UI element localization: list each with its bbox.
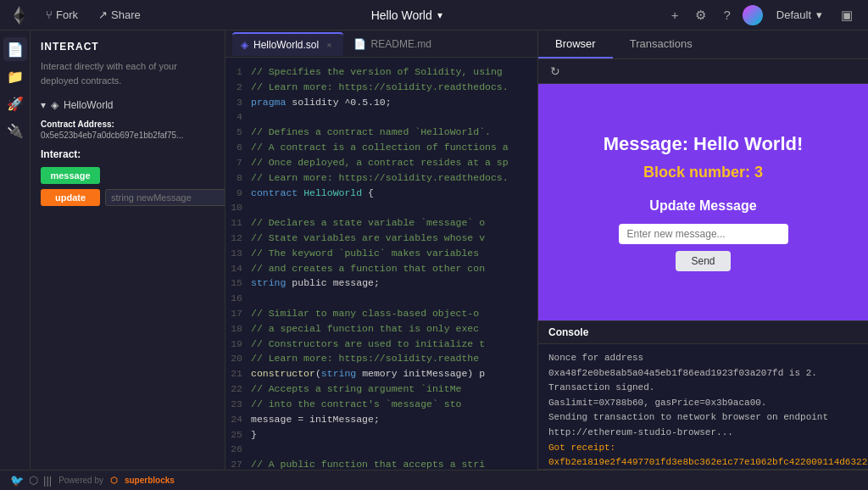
- menu-icon[interactable]: |||: [43, 474, 52, 487]
- browser-tabs: Browser Transactions: [538, 31, 868, 59]
- fork-button[interactable]: ⑂ Fork: [39, 5, 85, 25]
- brand-name: superblocks: [125, 476, 175, 485]
- editor-tabs: ◈ HelloWorld.sol × 📄 README.md: [225, 31, 537, 58]
- powered-by-text: Powered by: [58, 476, 103, 485]
- code-line: 6// A contract is a collection of functi…: [225, 140, 537, 155]
- code-line: 13 // The keyword `public` makes variabl…: [225, 246, 537, 261]
- code-line: 19 // Constructors are used to initializ…: [225, 337, 537, 352]
- footer: 🐦 ⬡ ||| Powered by ⬡ superblocks: [0, 470, 868, 490]
- code-line: 15 string public message;: [225, 276, 537, 291]
- code-line: 18 // a special function that is only ex…: [225, 321, 537, 337]
- refresh-button[interactable]: ↻: [545, 63, 565, 80]
- fn-row-update: update: [41, 189, 214, 206]
- console-line-yellow: 0xfb2e1819e2f4497701fd3e8bc362e1c77e1062…: [548, 455, 858, 469]
- code-line: 7// Once deployed, a contract resides at…: [225, 155, 537, 170]
- code-editor: 1// Specifies the version of Solidity, u…: [225, 58, 537, 490]
- browser-message-input[interactable]: [619, 224, 788, 244]
- code-line: 26: [225, 442, 537, 457]
- contract-address-label: Contract Address:: [41, 120, 214, 129]
- tab-transactions[interactable]: Transactions: [613, 31, 709, 58]
- chevron-down-icon: ▾: [816, 8, 822, 21]
- console-line: Transaction signed.: [548, 381, 858, 396]
- fn-row-message: message: [41, 167, 214, 184]
- update-button[interactable]: update: [41, 189, 100, 206]
- browser-toolbar: ↻: [538, 59, 868, 84]
- sidebar-icon-plugin[interactable]: 🔌: [3, 119, 27, 142]
- avatar[interactable]: [743, 5, 763, 25]
- code-line: 5// Defines a contract named `HelloWorld…: [225, 125, 537, 140]
- code-line: 1// Specifies the version of Solidity, u…: [225, 64, 537, 80]
- project-title[interactable]: Hello World ▾: [371, 8, 442, 22]
- topbar-right: + ⚙ ? Default ▾ ▣: [666, 4, 858, 26]
- share-icon: ↗: [98, 8, 108, 21]
- contract-address-value: 0x5e523b4eb7a0dcb697e1bb2faf75...: [41, 131, 214, 140]
- contract-name: HelloWorld: [64, 99, 113, 111]
- console-line: Gaslimit=0X788b60, gasPrice=0x3b9aca00.: [548, 396, 858, 411]
- code-line: 25 }: [225, 427, 537, 443]
- code-line: 3pragma solidity ^0.5.10;: [225, 95, 537, 110]
- browser-content: Message: Hello World! Block number: 3 Up…: [538, 84, 868, 320]
- sidebar-icon-folder[interactable]: 📁: [3, 64, 27, 88]
- browser-message: Message: Hello World!: [604, 133, 804, 155]
- update-input[interactable]: [105, 189, 225, 206]
- help-button[interactable]: ?: [718, 4, 735, 25]
- settings-button[interactable]: ⚙: [690, 4, 711, 26]
- console-line: 0xa48f2e0be8ab5a04a5eb1f86ead1923f03a207…: [548, 366, 858, 381]
- interact-desc: Interact directly with each of your depl…: [41, 59, 214, 87]
- eth-logo: [10, 6, 29, 25]
- sidebar-icon-rocket[interactable]: 🚀: [3, 92, 27, 115]
- panel-toggle-button[interactable]: ▣: [836, 4, 858, 26]
- code-line: 10: [225, 200, 537, 215]
- interact-panel: INTERACT Interact directly with each of …: [31, 31, 225, 490]
- console-header: Console: [538, 321, 868, 344]
- footer-social: 🐦 ⬡ |||: [10, 474, 52, 487]
- right-panel: Browser Transactions ↻ Message: Hello Wo…: [537, 31, 868, 490]
- code-line: 4: [225, 109, 537, 125]
- code-line: 21 constructor(string memory initMessage…: [225, 366, 537, 381]
- tab-readme[interactable]: 📄 README.md: [345, 32, 440, 56]
- code-line: 12 // State variables are variables whos…: [225, 231, 537, 246]
- code-line: 11 // Declares a state variable `message…: [225, 215, 537, 231]
- default-button[interactable]: Default ▾: [770, 7, 829, 23]
- sidebar-icon-file[interactable]: 📄: [3, 37, 27, 61]
- contract-icon: ◈: [51, 99, 58, 111]
- topbar: ⑂ Fork ↗ Share Hello World ▾ + ⚙ ? Defau…: [0, 0, 868, 31]
- code-line: 2// Learn more: https://solidity.readthe…: [225, 80, 537, 95]
- interact-title: INTERACT: [41, 41, 214, 53]
- editor-area: ◈ HelloWorld.sol × 📄 README.md 1// Speci…: [225, 31, 537, 490]
- tab-browser[interactable]: Browser: [538, 31, 613, 58]
- browser-send-button[interactable]: Send: [676, 251, 730, 271]
- share-button[interactable]: ↗ Share: [92, 5, 147, 25]
- main-area: 📄 📁 🚀 🔌 INTERACT Interact directly with …: [0, 31, 868, 490]
- console-line-yellow: Got receipt:: [548, 441, 858, 456]
- twitter-icon[interactable]: 🐦: [10, 474, 24, 487]
- code-line: 9contract HelloWorld {: [225, 186, 537, 201]
- console-line: http://ethereum-studio-browser...: [548, 426, 858, 441]
- code-line: 8// Learn more: https://solidity.readthe…: [225, 170, 537, 186]
- tab-icon-readme: 📄: [353, 38, 366, 50]
- github-icon[interactable]: ⬡: [29, 474, 38, 487]
- code-line: 22 // Accepts a string argument `initMe: [225, 381, 537, 397]
- chevron-right-icon: ▾: [41, 99, 46, 111]
- code-line: 16: [225, 291, 537, 306]
- tab-helloworld[interactable]: ◈ HelloWorld.sol ×: [232, 32, 343, 56]
- superblocks-logo: ⬡: [110, 476, 118, 485]
- code-line: 20 // Learn more: https://solidity.readt…: [225, 351, 537, 366]
- console-area: Console Nonce for address 0xa48f2e0be8ab…: [538, 320, 868, 490]
- topbar-center: Hello World ▾: [154, 8, 659, 22]
- fork-icon: ⑂: [46, 8, 53, 21]
- tab-label-helloworld: HelloWorld.sol: [253, 39, 319, 51]
- browser-update-title: Update Message: [649, 198, 756, 214]
- code-line: 17 // Similar to many class-based object…: [225, 306, 537, 321]
- tab-close-helloworld[interactable]: ×: [324, 39, 334, 51]
- interact-subtitle: Interact:: [41, 148, 214, 160]
- browser-block: Block number: 3: [643, 164, 763, 181]
- tab-icon-sol: ◈: [241, 39, 248, 51]
- icon-sidebar: 📄 📁 🚀 🔌: [0, 31, 31, 490]
- code-line: 14 // and creates a function that other …: [225, 261, 537, 276]
- add-button[interactable]: +: [666, 4, 684, 25]
- contract-item[interactable]: ▾ ◈ HelloWorld: [41, 99, 214, 111]
- message-button[interactable]: message: [41, 167, 100, 184]
- code-line: 23 // into the contract's `message` sto: [225, 397, 537, 412]
- console-line: Nonce for address: [548, 351, 858, 366]
